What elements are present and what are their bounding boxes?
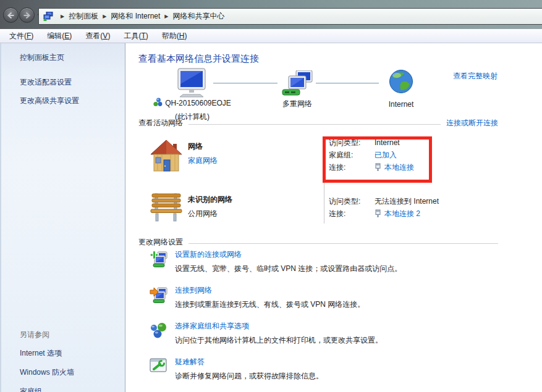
see-also-link[interactable]: Windows 防火墙	[20, 367, 125, 378]
sidebar-task-link[interactable]: 更改高级共享设置	[20, 96, 125, 106]
computer-name: QH-20150609EOJE	[165, 99, 231, 107]
breadcrumb-arrow-icon: ▶	[61, 14, 64, 19]
connect-network-icon	[150, 285, 168, 312]
network-details: 访问类型:Internet家庭组:已加入连接:本地连接	[329, 136, 414, 173]
detail-row: 家庭组:已加入	[329, 149, 414, 161]
detail-row: 连接:本地连接	[329, 161, 414, 173]
detail-label: 访问类型:	[329, 138, 375, 148]
menu-e[interactable]: 编辑(E)	[40, 30, 78, 43]
breadcrumb-arrow-icon: ▶	[164, 14, 168, 19]
settings-task-description: 连接到或重新连接到无线、有线、拨号或 VPN 网络连接。	[175, 299, 365, 310]
breadcrumb: ▶控制面板▶网络和 Internet▶网络和共享中心	[56, 11, 225, 22]
window-body: 控制面板主页 更改适配器设置更改高级共享设置 另请参阅 Internet 选项W…	[0, 43, 542, 392]
detail-row: 访问类型:Internet	[329, 136, 414, 149]
connect-disconnect-link[interactable]: 连接或断开连接	[446, 118, 498, 128]
breadcrumb-item[interactable]: 网络和共享中心	[173, 11, 225, 22]
settings-task-description: 访问位于其他网络计算机上的文件和打印机，或更改共享设置。	[175, 335, 383, 346]
change-settings-title: 更改网络设置	[138, 237, 183, 248]
map-connector-line	[213, 83, 277, 84]
main-content: 查看基本网络信息并设置连接 查看完整映射	[125, 43, 542, 392]
connection-link[interactable]: 已加入	[375, 150, 397, 161]
network-center-icon	[43, 12, 54, 22]
detail-label: 访问类型:	[329, 196, 375, 207]
breadcrumb-item[interactable]: 控制面板	[69, 11, 98, 22]
network-details: 访问类型:无法连接到 Internet连接:本地连接 2	[329, 195, 439, 220]
detail-label: 连接:	[329, 209, 375, 219]
troubleshoot-icon	[150, 357, 168, 384]
public-network-bench-icon	[150, 193, 183, 223]
breadcrumb-item[interactable]: 网络和 Internet	[111, 11, 160, 22]
network-profile-link[interactable]: 家庭网络	[188, 156, 218, 166]
breadcrumb-arrow-icon: ▶	[103, 14, 106, 19]
home-network-icon	[150, 139, 183, 173]
settings-task-description: 诊断并修复网络问题，或获得故障排除信息。	[175, 371, 323, 382]
sidebar-see-also: 另请参阅 Internet 选项Windows 防火墙家庭组	[1, 330, 125, 392]
multiple-networks-icon[interactable]	[281, 70, 313, 96]
settings-task-link[interactable]: 选择家庭组和共享选项	[175, 321, 249, 332]
network-sharing-center-window: ▼ ▶控制面板▶网络和 Internet▶网络和共享中心 文件(F)编辑(E)查…	[0, 0, 542, 392]
settings-task-link[interactable]: 疑难解答	[175, 357, 205, 367]
divider	[188, 124, 441, 125]
settings-task-item: 设置新的连接或网络设置无线、宽带、拨号、临时或 VPN 连接；或设置路由器或访问…	[150, 249, 517, 277]
detail-row: 访问类型:无法连接到 Internet	[329, 195, 439, 207]
multiple-networks-label: 多重网络	[269, 99, 325, 109]
see-also-header: 另请参阅	[20, 330, 125, 340]
detail-label: 连接:	[329, 162, 375, 173]
connection-link[interactable]: 本地连接 2	[384, 209, 420, 219]
connection-link[interactable]: 本地连接	[384, 162, 414, 173]
see-also-link[interactable]: Internet 选项	[20, 348, 125, 359]
detail-label: 家庭组:	[329, 150, 375, 161]
settings-task-link[interactable]: 连接到网络	[175, 285, 212, 296]
internet-globe-icon[interactable]	[389, 69, 413, 94]
settings-task-list: 设置新的连接或网络设置无线、宽带、拨号、临时或 VPN 连接；或设置路由器或访问…	[150, 249, 517, 392]
menu-t[interactable]: 工具(T)	[117, 30, 155, 43]
settings-task-item: 疑难解答诊断并修复网络问题，或获得故障排除信息。	[150, 357, 517, 384]
detail-value: Internet	[375, 138, 400, 147]
network-name: 未识别的网络	[188, 194, 232, 205]
sidebar-item-control-panel-home[interactable]: 控制面板主页	[20, 52, 125, 63]
details-column-divider	[324, 137, 324, 223]
settings-task-link[interactable]: 设置新的连接或网络	[175, 249, 242, 260]
active-networks-header: 查看活动网络 连接或断开连接	[138, 118, 498, 128]
sidebar-task-link[interactable]: 更改适配器设置	[20, 77, 125, 88]
network-name: 网络	[188, 141, 203, 152]
back-button[interactable]	[3, 7, 19, 23]
settings-task-item: 选择家庭组和共享选项访问位于其他网络计算机上的文件和打印机，或更改共享设置。	[150, 321, 517, 348]
settings-task-item: 连接到网络连接到或重新连接到无线、有线、拨号或 VPN 网络连接。	[150, 285, 517, 312]
sidebar: 控制面板主页 更改适配器设置更改高级共享设置 另请参阅 Internet 选项W…	[0, 43, 125, 392]
new-connection-icon	[150, 249, 168, 277]
network-profile-label: 公用网络	[188, 209, 218, 219]
see-also-link[interactable]: 家庭组	[20, 386, 125, 392]
page-title: 查看基本网络信息并设置连接	[138, 53, 259, 65]
internet-label: Internet	[375, 100, 427, 109]
detail-row: 连接:本地连接 2	[329, 207, 439, 220]
change-settings-header: 更改网络设置	[138, 237, 498, 248]
sidebar-task-list: 更改适配器设置更改高级共享设置	[1, 77, 125, 106]
homegroup-mini-icon	[153, 98, 163, 109]
homegroup-icon	[150, 321, 168, 348]
titlebar: ▼ ▶控制面板▶网络和 Internet▶网络和共享中心	[0, 0, 542, 29]
ethernet-plug-icon	[375, 209, 381, 218]
active-networks-title: 查看活动网络	[138, 118, 183, 128]
menu-v[interactable]: 查看(V)	[78, 30, 117, 43]
map-connector-line	[316, 83, 379, 84]
settings-task-description: 设置无线、宽带、拨号、临时或 VPN 连接；或设置路由器或访问点。	[175, 264, 402, 274]
detail-value: 无法连接到 Internet	[375, 196, 439, 207]
menu-f[interactable]: 文件(F)	[2, 30, 40, 43]
divider	[188, 243, 498, 244]
menu-h[interactable]: 帮助(H)	[155, 30, 194, 43]
menu-bar: 文件(F)编辑(E)查看(V)工具(T)帮助(H)	[0, 29, 542, 43]
forward-button[interactable]	[19, 7, 35, 23]
ethernet-plug-icon	[375, 163, 381, 172]
this-computer-icon[interactable]	[174, 68, 210, 98]
address-bar[interactable]: ▶控制面板▶网络和 Internet▶网络和共享中心	[38, 8, 542, 25]
